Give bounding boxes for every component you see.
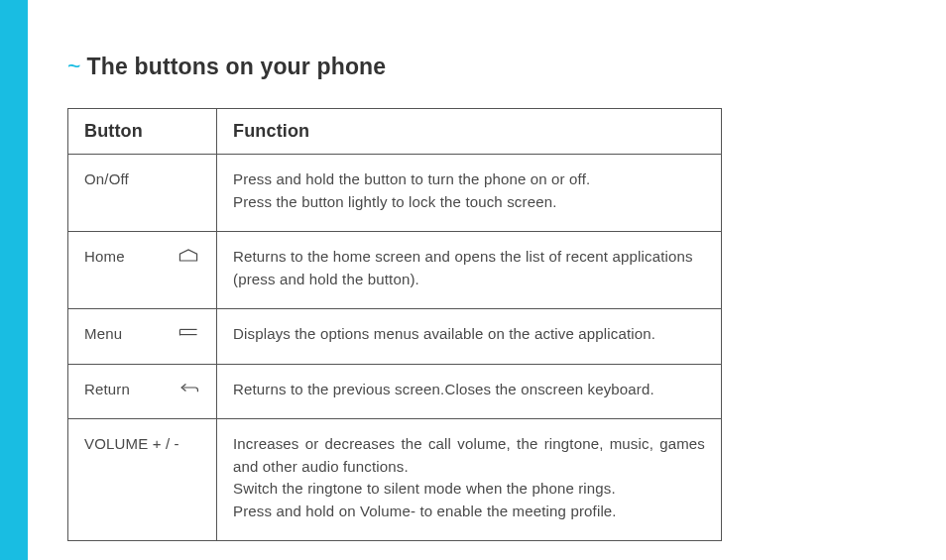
accent-bar bbox=[0, 0, 28, 560]
function-text: Returns to the previous screen.Closes th… bbox=[233, 381, 654, 397]
function-text: Press the button lightly to lock the tou… bbox=[233, 191, 705, 214]
return-arrow-icon bbox=[173, 379, 200, 396]
function-text: Displays the options menus available on … bbox=[233, 325, 655, 342]
function-text: Press and hold the button to turn the ph… bbox=[233, 168, 705, 191]
button-label: Menu bbox=[84, 323, 122, 346]
button-label: Home bbox=[84, 246, 125, 269]
function-text: Press and hold on Volume- to enable the … bbox=[233, 501, 705, 523]
function-cell: Returns to the previous screen.Closes th… bbox=[217, 364, 722, 419]
menu-lines-icon bbox=[173, 323, 200, 341]
button-label: Return bbox=[84, 379, 130, 401]
function-cell: Increases or decreases the call volume, … bbox=[217, 419, 722, 541]
table-row: Return Returns to the previous screen.Cl… bbox=[68, 364, 722, 419]
home-outline-icon bbox=[173, 246, 200, 264]
header-button: Button bbox=[68, 109, 217, 155]
button-cell: VOLUME + / - bbox=[68, 419, 217, 541]
button-label: On/Off bbox=[84, 168, 129, 191]
header-function: Function bbox=[217, 109, 722, 155]
title-text: The buttons on your phone bbox=[87, 54, 387, 79]
page: ~The buttons on your phone Button Functi… bbox=[0, 0, 946, 560]
function-cell: Returns to the home screen and opens the… bbox=[217, 232, 722, 309]
button-cell: Home bbox=[68, 232, 217, 309]
content-area: ~The buttons on your phone Button Functi… bbox=[28, 0, 946, 560]
button-cell: On/Off bbox=[68, 155, 217, 232]
section-title: ~The buttons on your phone bbox=[67, 54, 887, 80]
button-cell: Return bbox=[68, 364, 217, 419]
table-row: Menu Displays the options menus bbox=[68, 309, 722, 365]
table-row: On/Off Press and hold the button to turn… bbox=[68, 155, 722, 232]
function-text: Increases or decreases the call volume, … bbox=[233, 433, 705, 478]
buttons-table: Button Function On/Off Press and hold th… bbox=[67, 108, 722, 541]
table-row: VOLUME + / - Increases or decreases the … bbox=[68, 419, 722, 541]
title-prefix: ~ bbox=[67, 54, 81, 79]
function-text: Switch the ringtone to silent mode when … bbox=[233, 478, 705, 501]
function-cell: Press and hold the button to turn the ph… bbox=[217, 155, 722, 232]
function-text: Returns to the home screen and opens the… bbox=[233, 248, 693, 287]
button-cell: Menu bbox=[68, 309, 217, 365]
button-label: VOLUME + / - bbox=[84, 433, 179, 456]
table-row: Home Returns to the home screen and open… bbox=[68, 232, 722, 309]
table-header-row: Button Function bbox=[68, 109, 722, 155]
function-cell: Displays the options menus available on … bbox=[217, 309, 722, 365]
